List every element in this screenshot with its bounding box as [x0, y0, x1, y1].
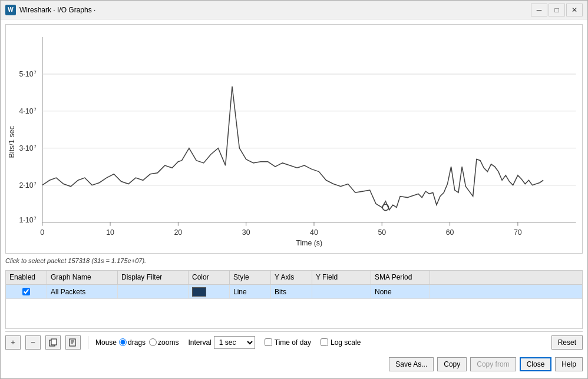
row-y-axis-cell: Bits: [271, 285, 312, 298]
duplicate-graph-button[interactable]: [45, 335, 61, 350]
status-text: Click to select packet 157318 (31s = 1.1…: [5, 257, 146, 264]
status-bar: Click to select packet 157318 (31s = 1.1…: [5, 256, 583, 268]
row-enabled-cell[interactable]: [6, 285, 47, 298]
help-button[interactable]: Help: [555, 357, 583, 371]
svg-text:60: 60: [446, 228, 454, 236]
col-display-filter: Display Filter: [118, 271, 189, 284]
drags-radio[interactable]: [119, 338, 127, 346]
svg-text:1·10⁷: 1·10⁷: [19, 215, 36, 224]
mouse-group: Mouse drags zooms: [95, 338, 179, 347]
copy-from-button[interactable]: Copy from: [470, 357, 516, 371]
svg-rect-32: [51, 339, 57, 345]
svg-text:70: 70: [514, 228, 522, 236]
svg-rect-33: [70, 339, 75, 346]
toolbar-separator-1: [88, 336, 88, 349]
titlebar: W Wireshark · I/O Graphs · ─ □ ✕: [1, 1, 587, 19]
interval-group: Interval 1 sec 10 ms 100 ms 10 sec 1 min: [188, 336, 255, 349]
window-controls: ─ □ ✕: [531, 4, 583, 16]
svg-text:40: 40: [310, 228, 318, 236]
drags-label: drags: [128, 338, 146, 347]
row-graph-name-cell: All Packets: [47, 285, 118, 298]
copy-icon: [69, 338, 77, 347]
log-scale-group: Log scale: [321, 338, 361, 347]
copy-graph-button[interactable]: [65, 335, 81, 350]
col-sma-period: SMA Period: [371, 271, 430, 284]
col-enabled: Enabled: [6, 271, 47, 284]
enabled-checkbox[interactable]: [22, 288, 30, 295]
svg-text:30: 30: [242, 228, 250, 236]
col-style: Style: [230, 271, 271, 284]
window-title: Wireshark · I/O Graphs ·: [19, 6, 531, 14]
svg-text:20: 20: [174, 228, 183, 236]
svg-text:50: 50: [378, 228, 386, 236]
row-y-field-cell: [312, 285, 371, 298]
close-window-button[interactable]: ✕: [566, 4, 583, 16]
minimize-button[interactable]: ─: [531, 4, 547, 16]
reset-button[interactable]: Reset: [551, 335, 583, 350]
copy-button[interactable]: Copy: [437, 357, 467, 371]
col-graph-name: Graph Name: [47, 271, 118, 284]
duplicate-icon: [49, 338, 57, 347]
chart-area: 5·10⁷ 4·10⁷ 3·10⁷ 2·10⁷ 1·10⁷ Bits/1 sec…: [5, 24, 583, 254]
log-scale-checkbox[interactable]: [321, 338, 328, 346]
io-graph-svg: 5·10⁷ 4·10⁷ 3·10⁷ 2·10⁷ 1·10⁷ Bits/1 sec…: [6, 25, 582, 253]
svg-text:0: 0: [40, 228, 44, 236]
svg-text:2·10⁷: 2·10⁷: [19, 181, 36, 190]
svg-text:4·10⁷: 4·10⁷: [19, 107, 36, 115]
zooms-radio[interactable]: [149, 338, 157, 346]
zooms-label: zooms: [158, 338, 179, 347]
interval-select[interactable]: 1 sec 10 ms 100 ms 10 sec 1 min: [214, 336, 255, 349]
maximize-button[interactable]: □: [549, 4, 565, 16]
main-window: W Wireshark · I/O Graphs · ─ □ ✕: [0, 0, 588, 379]
mouse-radio-group: drags zooms: [119, 338, 179, 347]
time-of-day-checkbox[interactable]: [265, 338, 272, 346]
svg-text:Time (s): Time (s): [296, 239, 322, 247]
chart-container: 5·10⁷ 4·10⁷ 3·10⁷ 2·10⁷ 1·10⁷ Bits/1 sec…: [6, 25, 582, 253]
col-color: Color: [189, 271, 230, 284]
svg-text:3·10⁷: 3·10⁷: [19, 144, 36, 152]
time-of-day-group: Time of day: [265, 338, 311, 347]
remove-graph-button[interactable]: −: [25, 335, 41, 350]
app-icon: W: [5, 5, 16, 15]
save-as-button[interactable]: Save As...: [389, 357, 434, 371]
add-graph-button[interactable]: +: [5, 335, 21, 350]
col-y-field: Y Field: [312, 271, 371, 284]
row-display-filter-cell: [118, 285, 189, 298]
zooms-radio-label[interactable]: zooms: [149, 338, 179, 347]
table-header: Enabled Graph Name Display Filter Color …: [6, 271, 582, 285]
svg-text:10: 10: [106, 228, 114, 236]
graph-table: Enabled Graph Name Display Filter Color …: [5, 270, 583, 329]
color-swatch[interactable]: [192, 287, 206, 297]
log-scale-label: Log scale: [331, 338, 361, 347]
svg-rect-0: [6, 25, 582, 253]
table-row[interactable]: All Packets Line Bits None: [6, 285, 582, 299]
interval-label: Interval: [188, 338, 211, 347]
row-style-cell: Line: [230, 285, 271, 298]
svg-text:Bits/1 sec: Bits/1 sec: [8, 126, 16, 158]
col-y-axis: Y Axis: [271, 271, 312, 284]
bottom-actions: Save As... Copy Copy from Close Help: [5, 355, 583, 374]
svg-text:5·10⁷: 5·10⁷: [19, 70, 36, 78]
row-color-cell[interactable]: [189, 285, 230, 298]
row-sma-period-cell: None: [371, 285, 430, 298]
time-of-day-label: Time of day: [275, 338, 311, 347]
drags-radio-label[interactable]: drags: [119, 338, 146, 347]
main-content: 5·10⁷ 4·10⁷ 3·10⁷ 2·10⁷ 1·10⁷ Bits/1 sec…: [1, 19, 587, 378]
bottom-toolbar: + − Mouse: [5, 331, 583, 353]
mouse-label: Mouse: [95, 338, 117, 347]
close-button[interactable]: Close: [520, 357, 552, 371]
